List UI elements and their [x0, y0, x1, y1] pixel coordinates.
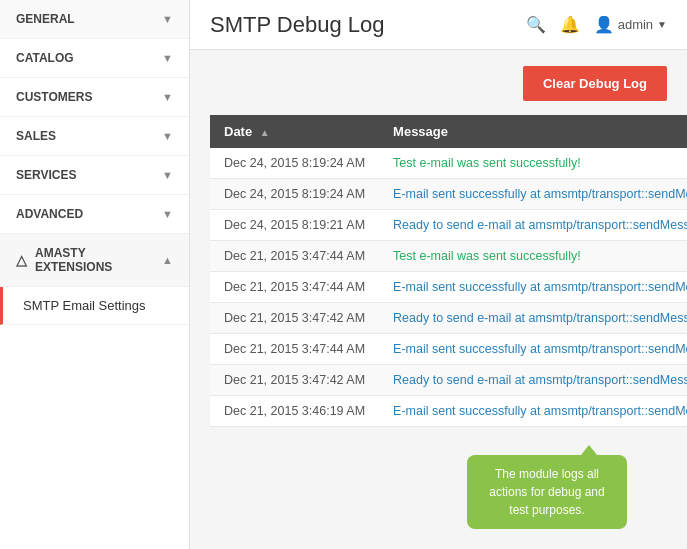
sidebar-label-customers: CUSTOMERS [16, 90, 92, 104]
chevron-up-icon: ▲ [162, 254, 173, 266]
cell-date: Dec 21, 2015 3:47:44 AM [210, 272, 379, 303]
sidebar-item-general[interactable]: GENERAL▼ [0, 0, 189, 39]
tooltip-bubble: The module logs all actions for debug an… [467, 455, 627, 529]
content-area: Clear Debug Log Date ▲ Message Dec 24, 2… [190, 50, 687, 549]
table-row: Dec 21, 2015 3:47:44 AME-mail sent succe… [210, 272, 687, 303]
table-row: Dec 21, 2015 3:47:42 AMReady to send e-m… [210, 303, 687, 334]
chevron-icon-customers: ▼ [162, 91, 173, 103]
chevron-icon-services: ▼ [162, 169, 173, 181]
clear-button-row: Clear Debug Log [210, 66, 667, 101]
cell-date: Dec 24, 2015 8:19:24 AM [210, 148, 379, 179]
table-row: Dec 21, 2015 3:47:44 AMTest e-mail was s… [210, 241, 687, 272]
cell-message: E-mail sent successfully at amsmtp/trans… [379, 334, 687, 365]
sidebar-label-general: GENERAL [16, 12, 75, 26]
table-row: Dec 21, 2015 3:47:42 AMReady to send e-m… [210, 365, 687, 396]
sidebar-amasty-extensions[interactable]: △ AMASTY EXTENSIONS ▲ [0, 234, 189, 287]
sidebar-label-services: SERVICES [16, 168, 76, 182]
admin-menu[interactable]: 👤 admin ▼ [594, 15, 667, 34]
clear-debug-log-button[interactable]: Clear Debug Log [523, 66, 667, 101]
sidebar-item-customers[interactable]: CUSTOMERS▼ [0, 78, 189, 117]
amasty-icon: △ [16, 252, 27, 268]
cell-date: Dec 21, 2015 3:47:42 AM [210, 303, 379, 334]
col-date[interactable]: Date ▲ [210, 115, 379, 148]
sidebar-item-services[interactable]: SERVICES▼ [0, 156, 189, 195]
sidebar-item-advanced[interactable]: ADVANCED▼ [0, 195, 189, 234]
page-title: SMTP Debug Log [210, 12, 384, 38]
cell-message: E-mail sent successfully at amsmtp/trans… [379, 272, 687, 303]
cell-message: Test e-mail was sent successfully! [379, 241, 687, 272]
table-row: Dec 24, 2015 8:19:24 AMTest e-mail was s… [210, 148, 687, 179]
cell-message: E-mail sent successfully at amsmtp/trans… [379, 396, 687, 427]
table-header: Date ▲ Message [210, 115, 687, 148]
cell-date: Dec 21, 2015 3:47:42 AM [210, 365, 379, 396]
cell-message: Test e-mail was sent successfully! [379, 148, 687, 179]
cell-date: Dec 24, 2015 8:19:24 AM [210, 179, 379, 210]
col-message: Message [379, 115, 687, 148]
sidebar-item-sales[interactable]: SALES▼ [0, 117, 189, 156]
admin-chevron-icon: ▼ [657, 19, 667, 30]
cell-date: Dec 21, 2015 3:47:44 AM [210, 334, 379, 365]
cell-message: Ready to send e-mail at amsmtp/transport… [379, 210, 687, 241]
table-row: Dec 24, 2015 8:19:24 AME-mail sent succe… [210, 179, 687, 210]
topbar: SMTP Debug Log 🔍 🔔 👤 admin ▼ [190, 0, 687, 50]
tooltip-text: The module logs all actions for debug an… [489, 467, 604, 517]
table-row: Dec 21, 2015 3:47:44 AME-mail sent succe… [210, 334, 687, 365]
cell-date: Dec 21, 2015 3:47:44 AM [210, 241, 379, 272]
chevron-icon-catalog: ▼ [162, 52, 173, 64]
sidebar-label-catalog: CATALOG [16, 51, 74, 65]
main-content: SMTP Debug Log 🔍 🔔 👤 admin ▼ Clear Debug… [190, 0, 687, 549]
chevron-icon-sales: ▼ [162, 130, 173, 142]
cell-message: E-mail sent successfully at amsmtp/trans… [379, 179, 687, 210]
chevron-icon-advanced: ▼ [162, 208, 173, 220]
cell-message: Ready to send e-mail at amsmtp/transport… [379, 365, 687, 396]
sidebar: GENERAL▼CATALOG▼CUSTOMERS▼SALES▼SERVICES… [0, 0, 190, 549]
sidebar-item-catalog[interactable]: CATALOG▼ [0, 39, 189, 78]
sort-icon: ▲ [260, 127, 270, 138]
table-body: Dec 24, 2015 8:19:24 AMTest e-mail was s… [210, 148, 687, 427]
amasty-label: AMASTY EXTENSIONS [35, 246, 162, 274]
cell-date: Dec 21, 2015 3:46:19 AM [210, 396, 379, 427]
cell-message: Ready to send e-mail at amsmtp/transport… [379, 303, 687, 334]
chevron-icon-general: ▼ [162, 13, 173, 25]
sidebar-subitem-smtp[interactable]: SMTP Email Settings [0, 287, 189, 325]
bell-icon[interactable]: 🔔 [560, 15, 580, 34]
user-icon: 👤 [594, 15, 614, 34]
table-row: Dec 24, 2015 8:19:21 AMReady to send e-m… [210, 210, 687, 241]
debug-log-table: Date ▲ Message Dec 24, 2015 8:19:24 AMTe… [210, 115, 687, 427]
sidebar-label-sales: SALES [16, 129, 56, 143]
table-row: Dec 21, 2015 3:46:19 AME-mail sent succe… [210, 396, 687, 427]
cell-date: Dec 24, 2015 8:19:21 AM [210, 210, 379, 241]
search-icon[interactable]: 🔍 [526, 15, 546, 34]
sidebar-label-advanced: ADVANCED [16, 207, 83, 221]
topbar-actions: 🔍 🔔 👤 admin ▼ [526, 15, 667, 34]
admin-label: admin [618, 17, 653, 32]
